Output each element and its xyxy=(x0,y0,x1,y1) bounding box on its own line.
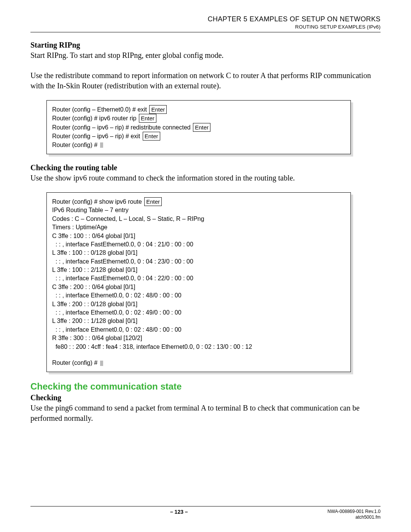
code-line: : : , interface Ethernet0.0, 0 : 02 : 48… xyxy=(52,291,345,300)
code-line: Router (config) # xyxy=(52,141,345,149)
code-line: L 3ffe : 200 : : 0/128 global [0/1] xyxy=(52,300,345,308)
section-text: Use the redistribute command to report i… xyxy=(30,70,381,91)
section-title-starting-ripng: Starting RIPng xyxy=(30,41,381,50)
header-subtitle: ROUTING SETUP EXAMPLES (IPv6) xyxy=(30,24,381,30)
code-box-1: Router (config – Ethernet0.0) # exit Ent… xyxy=(46,100,351,154)
code-text: Router (config) # xyxy=(52,359,97,366)
code-line: L 3ffe : 200 : : 1/128 global [0/1] xyxy=(52,317,345,325)
code-line: : : , interface Ethernet0.0, 0 : 02 : 49… xyxy=(52,308,345,317)
code-text: Router (config – ipv6 – rip) # redistrib… xyxy=(52,124,191,131)
page-header: CHAPTER 5 EXAMPLES OF SETUP ON NETWORKS … xyxy=(30,15,381,30)
cursor-icon xyxy=(100,142,103,148)
code-line: Codes : C – Connected, L – Local, S – St… xyxy=(52,215,345,223)
code-line: Router (config – ipv6 – rip) # redistrib… xyxy=(52,123,345,132)
section-text: Use the ping6 command to send a packet f… xyxy=(30,403,381,423)
code-line: C 3ffe : 100 : : 0/64 global [0/1] xyxy=(52,232,345,240)
footer-doc-id: NWA-008869-001 Rev.1.0 xyxy=(328,509,381,515)
code-text: Router (config – ipv6 – rip) # exit xyxy=(52,133,140,139)
code-line: Router (config – ipv6 – rip) # exit Ente… xyxy=(52,132,345,141)
code-line: L 3ffe : 100 : : 2/128 global [0/1] xyxy=(52,266,345,274)
enter-key: Enter xyxy=(143,132,160,141)
section-text: Start RIPng. To start and stop RIPng, en… xyxy=(30,50,381,61)
code-line: Router (config) # xyxy=(52,359,345,367)
enter-key: Enter xyxy=(193,123,210,132)
footer-rule xyxy=(30,506,381,506)
page-footer: – 123 – NWA-008869-001 Rev.1.0 atch5001.… xyxy=(30,506,381,521)
code-box-content: Router (config) # show ipv6 route Enter … xyxy=(46,192,351,372)
code-line: Router (config) # ipv6 router rip Enter xyxy=(52,114,345,123)
code-text: Router (config) # ipv6 router rip xyxy=(52,115,136,121)
section-title-checking: Checking xyxy=(30,393,381,402)
green-heading-checking-comm: Checking the communication state xyxy=(30,381,381,392)
code-line: R 3ffe : 300 : : 0/64 global [120/2] xyxy=(52,334,345,342)
code-line: : : , interface FastEthernet0.0, 0 : 04 … xyxy=(52,274,345,283)
section-title-checking-routing: Checking the routing table xyxy=(30,163,381,172)
page-number: – 123 – xyxy=(170,509,188,515)
code-box-content: Router (config – Ethernet0.0) # exit Ent… xyxy=(46,100,351,154)
code-line: : : , interface FastEthernet0.0, 0 : 04 … xyxy=(52,257,345,266)
code-line: L 3ffe : 100 : : 0/128 global [0/1] xyxy=(52,249,345,257)
code-text: Router (config – Ethernet0.0) # exit xyxy=(52,106,147,113)
code-box-2: Router (config) # show ipv6 route Enter … xyxy=(46,192,351,372)
code-line: C 3ffe : 200 : : 0/64 global [0/1] xyxy=(52,283,345,291)
footer-doc-info: NWA-008869-001 Rev.1.0 atch5001.fm xyxy=(328,509,381,521)
code-line: IPv6 Routing Table – 7 entry xyxy=(52,206,345,214)
footer-doc-file: atch5001.fm xyxy=(328,514,381,521)
code-line: Router (config) # show ipv6 route Enter xyxy=(52,197,345,206)
code-text: Router (config) # xyxy=(52,142,97,148)
code-line: Router (config – Ethernet0.0) # exit Ent… xyxy=(52,105,345,114)
code-text: Router (config) # show ipv6 route xyxy=(52,198,142,205)
cursor-icon xyxy=(100,361,103,366)
code-line: fe80 : : 200 : 4cff : fea4 : 318, interf… xyxy=(52,343,345,351)
enter-key: Enter xyxy=(144,197,162,206)
header-rule xyxy=(30,32,381,32)
chapter-label: CHAPTER 5 EXAMPLES OF SETUP ON NETWORKS xyxy=(30,15,381,23)
enter-key: Enter xyxy=(139,114,156,123)
footer-row: – 123 – NWA-008869-001 Rev.1.0 atch5001.… xyxy=(30,509,381,521)
code-line: : : , interface FastEthernet0.0, 0 : 04 … xyxy=(52,240,345,249)
code-line: Timers : Uptime/Age xyxy=(52,223,345,232)
code-line: : : , interface Ethernet0.0, 0 : 02 : 48… xyxy=(52,326,345,334)
enter-key: Enter xyxy=(149,105,167,114)
section-text: Use the show ipv6 route command to check… xyxy=(30,173,381,183)
page: CHAPTER 5 EXAMPLES OF SETUP ON NETWORKS … xyxy=(0,0,411,532)
